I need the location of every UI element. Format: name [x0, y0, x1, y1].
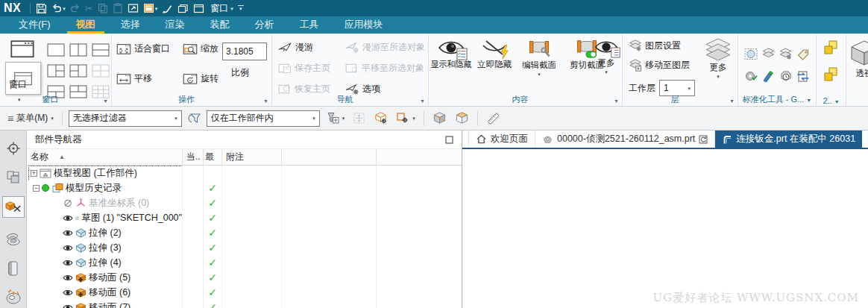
zoom-scale-input[interactable] [222, 43, 267, 60]
tab-file[interactable]: 文件(F) [6, 16, 63, 34]
window-group-dialog-launcher[interactable]: ▼ [103, 98, 108, 104]
tab-render[interactable]: 渲染 [153, 16, 198, 34]
visibility-off-toggle[interactable] [63, 199, 73, 207]
window-layout-left-two-right[interactable] [45, 61, 67, 80]
tab-assembly-document[interactable]: 00000-侦测2521-260112_asm.prt [535, 131, 715, 148]
layer-group-dialog-launcher[interactable]: ▼ [729, 98, 735, 104]
selection-scope-combo[interactable]: 仅在工作部件内▾ [207, 110, 320, 127]
paste-button[interactable] [110, 1, 125, 16]
std-tool-display-button[interactable] [743, 43, 760, 65]
window-gallery-button[interactable] [4, 38, 40, 59]
zoom-button[interactable]: 缩放 [183, 43, 218, 55]
gc-cubes-button-1[interactable] [823, 40, 839, 56]
resource-constraint-navigator-tab[interactable] [2, 196, 25, 218]
gc-extra-label-caret[interactable]: ▼ [834, 99, 840, 104]
tree-row-extrude-3[interactable]: 拉伸 (3) ✓ [27, 240, 462, 255]
measure-button[interactable] [484, 110, 503, 128]
tab-tools[interactable]: 工具 [287, 16, 332, 34]
tab-view[interactable]: 视图 [63, 16, 108, 34]
window-menu[interactable]: 窗口▾ [207, 1, 236, 16]
resource-web-browser-tab[interactable] [2, 286, 25, 308]
window-layout-two-horizontal[interactable] [89, 40, 112, 59]
window-layout-two-left-right[interactable] [67, 61, 89, 80]
tree-row-sketch[interactable]: 草图 (1) "SKETCH_000" ✓ [27, 210, 462, 225]
resource-hd3d-tools-tab[interactable] [2, 257, 25, 279]
gc-cubes-button-2[interactable] [823, 66, 839, 83]
std-tool-layer-settings-button[interactable] [777, 43, 794, 65]
navigation-group-dialog-launcher[interactable]: ▼ [420, 98, 425, 104]
redo-button[interactable] [68, 1, 83, 16]
shaded-view-button[interactable] [430, 110, 449, 128]
resource-assembly-navigator-tab[interactable] [2, 138, 25, 160]
std-tool-tag-button[interactable] [794, 43, 811, 65]
collapse-icon[interactable]: − [33, 185, 40, 192]
std-tools-label-caret[interactable]: ▼ [806, 98, 811, 103]
reset-filter-button[interactable] [186, 110, 203, 128]
face-edges-button[interactable] [453, 110, 471, 128]
rotate-button[interactable]: 旋转 [183, 72, 218, 85]
hide-now-button[interactable]: 立即隐藏 [475, 38, 514, 70]
save-home-button[interactable]: 保存主页 [278, 62, 330, 75]
window-layout-two-vertical[interactable] [67, 40, 89, 59]
perspective-button[interactable]: 透视 [848, 40, 868, 79]
brush-button[interactable] [160, 1, 175, 16]
visibility-on-toggle[interactable] [63, 229, 73, 237]
pan-to-selected-button[interactable]: 平移至所选对象 [345, 62, 424, 75]
wcs-dynamics-button[interactable] [371, 110, 390, 128]
window-layout-single[interactable] [45, 40, 67, 59]
tree-row-model-history[interactable]: − 模型历史记录 ✓ [27, 180, 462, 195]
undock-panel-button[interactable] [445, 136, 453, 144]
menu-button[interactable]: ≡菜单(M)▾ [5, 110, 56, 128]
customize-quick-access-button[interactable]: ▾ [236, 1, 246, 16]
window-export-button[interactable] [125, 1, 141, 16]
window-button[interactable] [191, 1, 207, 16]
undo-dropdown[interactable]: ▾ [63, 6, 66, 11]
selection-filter-combo[interactable]: 无选择过滤器▾ [69, 110, 182, 127]
expand-icon[interactable]: + [31, 170, 37, 177]
visibility-on-toggle[interactable] [63, 289, 73, 297]
tab-assembly[interactable]: 装配 [198, 16, 242, 34]
dialog-style-button[interactable]: ▾ [141, 1, 160, 16]
std-tool-paint-button[interactable] [760, 65, 777, 87]
tab-application[interactable]: 应用模块 [332, 16, 396, 34]
tree-row-move-face-7[interactable]: 移动面 (7) ✓ [27, 300, 462, 308]
column-header-name[interactable]: 名称▲ [27, 149, 183, 165]
point-dialog-button[interactable]: ▾ [394, 110, 418, 128]
layer-settings-button[interactable]: 图层设置 [629, 40, 681, 52]
window-gallery-popup[interactable]: 窗口 [5, 62, 41, 95]
fit-window-button[interactable]: 适合窗口 [116, 43, 170, 55]
tree-row-model-views[interactable]: + 模型视图 (工作部件) [27, 166, 462, 180]
resource-part-navigator-tab[interactable] [2, 167, 25, 189]
reload-window-icon[interactable] [699, 135, 708, 144]
show-hide-button[interactable]: 显示和隐藏 [430, 38, 472, 70]
move-to-layer-button[interactable]: 移动至图层 [629, 59, 690, 72]
std-tool-convert-button[interactable] [794, 65, 811, 87]
column-header-current[interactable]: 当.. [183, 149, 204, 165]
visibility-on-toggle[interactable] [63, 304, 73, 308]
layer-more-button[interactable]: 更多 ▾ [702, 38, 735, 80]
pan-button[interactable]: 平移 [116, 72, 152, 85]
save-button[interactable] [34, 1, 49, 16]
dialog-style-dropdown[interactable]: ▾ [155, 6, 158, 11]
content-more-dropdown[interactable]: ▾ [605, 69, 608, 75]
layer-more-dropdown[interactable]: ▾ [717, 74, 720, 80]
column-header-comment[interactable]: 附注 [222, 149, 282, 165]
move-object-disabled-button[interactable] [350, 110, 368, 128]
tab-welcome-page[interactable]: 欢迎页面 [468, 131, 535, 148]
visibility-on-toggle[interactable] [63, 259, 73, 267]
tab-select[interactable]: 选择 [108, 16, 153, 34]
std-tool-check-button[interactable] [743, 65, 760, 87]
resource-reuse-library-tab[interactable] [2, 228, 25, 250]
window-layout-quad-disabled[interactable] [89, 61, 112, 80]
tree-row-extrude-2[interactable]: 拉伸 (2) ✓ [27, 225, 462, 240]
std-tool-timer-button[interactable] [777, 65, 794, 87]
undo-button[interactable]: ▾ [49, 1, 68, 16]
graphics-canvas[interactable]: UG爱好者论坛 WWW.UGSNX.COM [462, 149, 868, 308]
column-header-latest[interactable]: 最 [204, 149, 222, 165]
content-more-button[interactable]: 更多 ▾ [590, 38, 623, 75]
copy-button[interactable] [95, 1, 110, 16]
snap-options-button[interactable]: ▾ [324, 110, 347, 128]
tab-analysis[interactable]: 分析 [242, 16, 287, 34]
visibility-on-toggle[interactable] [63, 244, 73, 252]
cut-button[interactable]: ✂ [83, 1, 95, 16]
